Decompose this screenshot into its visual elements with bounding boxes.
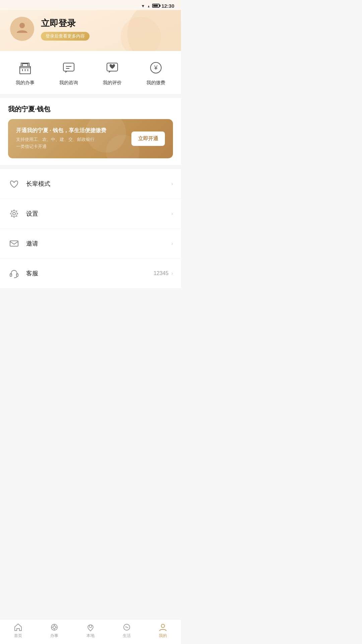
chevron-right-icon: ›: [171, 270, 173, 276]
wallet-section: 我的宁夏·钱包 开通我的宁夏 · 钱包，享生活便捷缴费 支持使用工、农、中、建、…: [0, 98, 181, 165]
chat-icon: [60, 59, 77, 76]
menu-item-elder-mode[interactable]: 长辈模式 ›: [0, 169, 181, 199]
menu-label-invite: 邀请: [26, 239, 171, 248]
heart-icon: [8, 178, 20, 190]
wallet-text: 开通我的宁夏 · 钱包，享生活便捷缴费 支持使用工、农、中、建、交、邮政银行一类…: [16, 127, 131, 150]
quick-label-affairs: 我的办事: [16, 80, 35, 86]
chevron-right-icon: ›: [171, 181, 173, 187]
avatar[interactable]: [10, 17, 34, 41]
quick-menu: 我的办事 我的咨询 我的评价 ¥: [0, 51, 181, 94]
menu-label-customer-service: 客服: [26, 269, 154, 277]
menu-item-settings[interactable]: 设置 ›: [0, 199, 181, 229]
menu-list: 长辈模式 › 设置 › 邀请 ›: [0, 169, 181, 288]
menu-item-customer-service[interactable]: 客服 12345 ›: [0, 259, 181, 288]
customer-service-number: 12345: [154, 270, 169, 276]
svg-rect-7: [63, 63, 74, 71]
avatar-icon: [15, 21, 29, 37]
wallet-card: 开通我的宁夏 · 钱包，享生活便捷缴费 支持使用工、农、中、建、交、邮政银行一类…: [8, 119, 173, 158]
login-hint[interactable]: 登录后查看更多内容: [41, 32, 89, 41]
status-bar: 12:30: [0, 0, 181, 10]
wallet-title: 我的宁夏·钱包: [8, 105, 173, 114]
user-text[interactable]: 立即登录 登录后查看更多内容: [41, 17, 89, 41]
yuan-circle-icon: ¥: [147, 59, 165, 76]
svg-point-0: [19, 23, 25, 28]
signal-icon: [147, 3, 150, 9]
quick-item-review[interactable]: 我的评价: [103, 59, 122, 86]
menu-label-settings: 设置: [26, 210, 171, 218]
quick-item-payment[interactable]: ¥ 我的缴费: [146, 59, 165, 86]
quick-label-consult: 我的咨询: [59, 80, 78, 86]
building-icon: [16, 59, 34, 76]
menu-label-elder-mode: 长辈模式: [26, 180, 171, 188]
status-icons: [141, 3, 160, 9]
chevron-right-icon: ›: [171, 211, 173, 217]
wallet-sub-text: 支持使用工、农、中、建、交、邮政银行一类借记卡开通: [16, 136, 131, 150]
wifi-icon: [141, 3, 145, 9]
wallet-main-text: 开通我的宁夏 · 钱包，享生活便捷缴费: [16, 127, 131, 134]
user-info[interactable]: 立即登录 登录后查看更多内容: [10, 17, 171, 41]
svg-text:¥: ¥: [154, 64, 158, 71]
settings-icon: [8, 208, 20, 220]
menu-item-invite[interactable]: 邀请 ›: [0, 229, 181, 259]
svg-point-13: [13, 212, 15, 215]
login-title[interactable]: 立即登录: [41, 17, 89, 29]
wallet-open-button[interactable]: 立即开通: [131, 131, 165, 146]
headset-icon: [8, 267, 20, 279]
svg-rect-15: [10, 241, 18, 246]
status-time: 12:30: [162, 3, 174, 9]
heart-chat-icon: [104, 59, 121, 76]
chevron-right-icon: ›: [171, 240, 173, 247]
battery-icon: [152, 4, 160, 8]
quick-item-consult[interactable]: 我的咨询: [59, 59, 78, 86]
header-section: 立即登录 登录后查看更多内容: [0, 10, 181, 51]
quick-label-review: 我的评价: [103, 80, 122, 86]
envelope-icon: [8, 237, 20, 250]
quick-item-affairs[interactable]: 我的办事: [16, 59, 35, 86]
quick-label-payment: 我的缴费: [146, 80, 165, 86]
